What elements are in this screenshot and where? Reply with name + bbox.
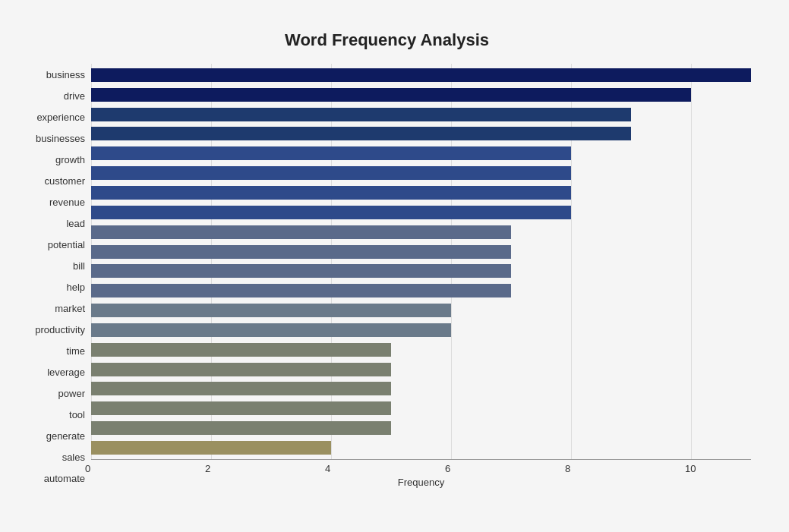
bars-wrapper bbox=[91, 64, 751, 459]
bar-row bbox=[91, 87, 751, 103]
y-label: market bbox=[55, 299, 85, 319]
y-label: generate bbox=[46, 427, 85, 446]
bar bbox=[91, 186, 571, 200]
bar-row bbox=[91, 322, 751, 338]
x-tick-label: 0 bbox=[85, 463, 90, 474]
bar-row bbox=[91, 400, 751, 417]
y-label: growth bbox=[55, 150, 85, 169]
bar bbox=[91, 166, 571, 180]
bar bbox=[91, 304, 451, 317]
bar-row bbox=[91, 342, 751, 358]
y-label: customer bbox=[45, 171, 85, 190]
y-label: businesses bbox=[36, 128, 85, 148]
bar bbox=[91, 88, 691, 102]
bar-row bbox=[91, 184, 751, 201]
bar bbox=[91, 363, 391, 376]
x-axis-title: Frequency bbox=[91, 477, 751, 488]
bar bbox=[91, 127, 631, 140]
bar bbox=[91, 146, 571, 160]
bar-row bbox=[91, 302, 751, 319]
bar bbox=[91, 206, 571, 219]
bar bbox=[91, 343, 391, 357]
bar-row bbox=[91, 244, 751, 260]
x-tick-label: 4 bbox=[325, 463, 330, 474]
bar bbox=[91, 382, 391, 395]
x-tick-label: 10 bbox=[685, 463, 696, 474]
bar-row bbox=[91, 282, 751, 299]
y-label: time bbox=[66, 342, 85, 361]
bar bbox=[91, 284, 511, 297]
y-label: revenue bbox=[49, 192, 85, 212]
x-tick-label: 8 bbox=[565, 463, 570, 474]
x-axis: 0246810 Frequency bbox=[91, 459, 751, 490]
y-label: power bbox=[58, 384, 85, 404]
chart-title: Word Frequency Analysis bbox=[23, 30, 751, 50]
bar-row bbox=[91, 361, 751, 378]
bars-and-x: 0246810 Frequency bbox=[91, 64, 751, 490]
bar-row bbox=[91, 125, 751, 142]
y-label: productivity bbox=[35, 320, 85, 340]
x-tick-label: 2 bbox=[205, 463, 210, 474]
bar bbox=[91, 225, 511, 239]
bar bbox=[91, 323, 451, 337]
y-label: leverage bbox=[47, 363, 85, 382]
chart-container: Word Frequency Analysis businessdriveexp… bbox=[15, 15, 774, 532]
bar-row bbox=[91, 224, 751, 241]
bars-area bbox=[91, 64, 751, 459]
y-axis-labels: businessdriveexperiencebusinessesgrowthc… bbox=[23, 64, 91, 490]
bar-row bbox=[91, 165, 751, 181]
bar-row bbox=[91, 106, 751, 123]
y-label: business bbox=[46, 65, 85, 84]
bar-row bbox=[91, 67, 751, 83]
bar bbox=[91, 441, 331, 455]
bar-row bbox=[91, 439, 751, 456]
y-label: potential bbox=[48, 235, 85, 254]
bar-row bbox=[91, 380, 751, 397]
bar-row bbox=[91, 420, 751, 436]
bar bbox=[91, 68, 751, 82]
y-label: experience bbox=[36, 107, 85, 127]
x-tick-label: 6 bbox=[445, 463, 450, 474]
y-label: help bbox=[66, 277, 85, 297]
bar bbox=[91, 245, 511, 259]
y-label: automate bbox=[44, 469, 85, 489]
bar bbox=[91, 401, 391, 415]
y-label: tool bbox=[69, 405, 85, 425]
bar-row bbox=[91, 263, 751, 279]
y-label: drive bbox=[64, 86, 85, 105]
bar-row bbox=[91, 145, 751, 162]
bar bbox=[91, 421, 391, 435]
y-label: lead bbox=[66, 213, 85, 233]
y-label: bill bbox=[73, 256, 85, 275]
bar bbox=[91, 108, 631, 121]
bar bbox=[91, 264, 511, 278]
bar-row bbox=[91, 204, 751, 221]
chart-area: businessdriveexperiencebusinessesgrowthc… bbox=[23, 64, 751, 490]
y-label: sales bbox=[62, 448, 85, 467]
